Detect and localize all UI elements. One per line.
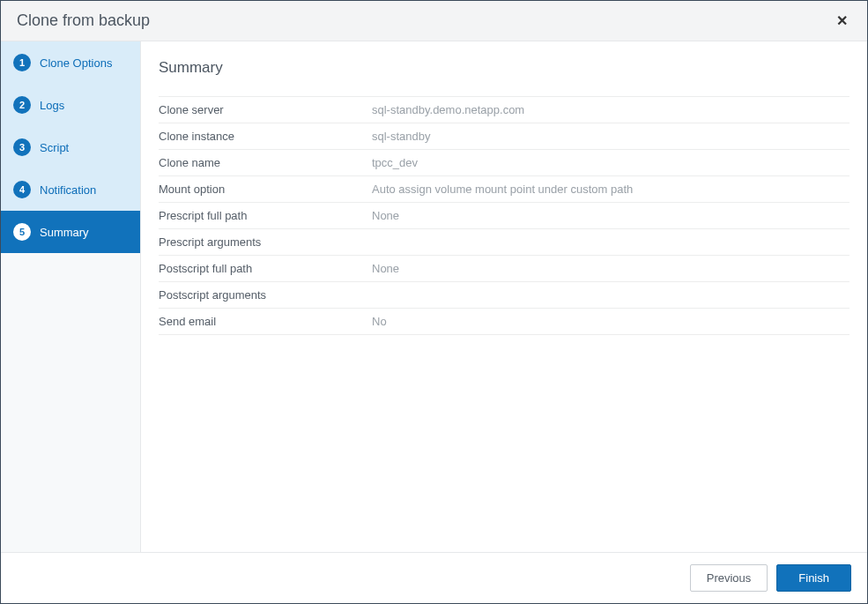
summary-row-prescript-arguments: Prescript arguments <box>159 229 849 256</box>
sidebar-item-summary[interactable]: 5 Summary <box>1 211 140 253</box>
sidebar-item-notification[interactable]: 4 Notification <box>1 168 140 211</box>
summary-table: Clone server sql-standby.demo.netapp.com… <box>159 96 849 335</box>
summary-value: None <box>372 209 849 222</box>
summary-row-prescript-full-path: Prescript full path None <box>159 203 849 229</box>
dialog-header: Clone from backup ✕ <box>1 1 867 41</box>
sidebar-item-label: Notification <box>40 183 96 197</box>
step-number-badge: 2 <box>13 96 31 114</box>
summary-label: Mount option <box>159 183 372 196</box>
summary-label: Clone server <box>159 103 372 116</box>
summary-value: Auto assign volume mount point under cus… <box>372 183 849 196</box>
wizard-sidebar: 1 Clone Options 2 Logs 3 Script 4 Notifi… <box>1 41 141 552</box>
summary-value: No <box>372 315 849 328</box>
summary-label: Send email <box>159 315 372 328</box>
summary-value: sql-standby.demo.netapp.com <box>372 103 849 116</box>
content-heading: Summary <box>159 59 849 77</box>
summary-value: None <box>372 262 849 275</box>
step-number-badge: 5 <box>13 223 31 241</box>
summary-row-mount-option: Mount option Auto assign volume mount po… <box>159 176 849 203</box>
close-icon[interactable]: ✕ <box>833 14 851 28</box>
sidebar-item-script[interactable]: 3 Script <box>1 126 140 168</box>
dialog-footer: Previous Finish <box>1 552 867 603</box>
previous-button[interactable]: Previous <box>690 564 768 592</box>
finish-button[interactable]: Finish <box>776 564 851 592</box>
summary-value: sql-standby <box>372 130 849 143</box>
dialog-body: 1 Clone Options 2 Logs 3 Script 4 Notifi… <box>1 41 867 552</box>
summary-row-clone-server: Clone server sql-standby.demo.netapp.com <box>159 96 849 123</box>
summary-row-postscript-arguments: Postscript arguments <box>159 282 849 309</box>
step-number-badge: 3 <box>13 138 31 156</box>
summary-label: Prescript full path <box>159 209 372 222</box>
summary-row-clone-instance: Clone instance sql-standby <box>159 123 849 150</box>
sidebar-item-label: Summary <box>40 226 89 239</box>
sidebar-item-label: Script <box>40 141 69 154</box>
summary-label: Postscript arguments <box>159 288 372 302</box>
summary-value: tpcc_dev <box>372 156 849 169</box>
sidebar-item-logs[interactable]: 2 Logs <box>1 84 140 126</box>
summary-row-clone-name: Clone name tpcc_dev <box>159 150 849 176</box>
summary-row-send-email: Send email No <box>159 309 849 335</box>
summary-label: Clone name <box>159 156 372 169</box>
step-number-badge: 1 <box>13 54 31 71</box>
dialog-title: Clone from backup <box>17 11 150 30</box>
summary-label: Postscript full path <box>159 262 372 275</box>
sidebar-item-clone-options[interactable]: 1 Clone Options <box>1 41 140 84</box>
dialog-content: Summary Clone server sql-standby.demo.ne… <box>141 41 867 552</box>
summary-label: Prescript arguments <box>159 235 372 249</box>
clone-from-backup-dialog: Clone from backup ✕ 1 Clone Options 2 Lo… <box>0 0 868 604</box>
summary-value <box>372 235 849 249</box>
summary-label: Clone instance <box>159 130 372 143</box>
sidebar-item-label: Clone Options <box>40 56 112 70</box>
sidebar-item-label: Logs <box>40 99 64 112</box>
step-number-badge: 4 <box>13 181 31 198</box>
summary-value <box>372 288 849 302</box>
summary-row-postscript-full-path: Postscript full path None <box>159 256 849 282</box>
